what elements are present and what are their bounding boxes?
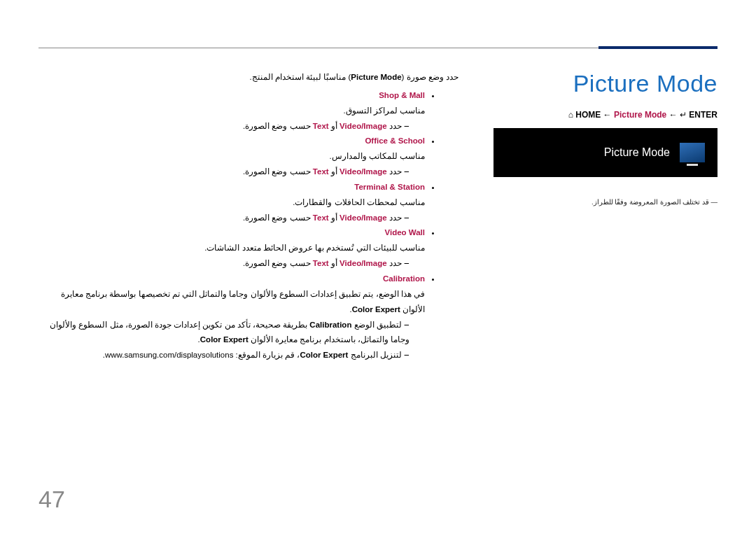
mode-desc: في هذا الوضع، يتم تطبيق إعدادات السطوع و…: [38, 287, 425, 318]
model-note: قد تختلف الصورة المعروضة وفقًا للطراز.: [493, 197, 718, 207]
tv-icon: [680, 143, 705, 162]
osd-label: Picture Mode: [604, 146, 670, 159]
breadcrumb-arrow-1: ←: [603, 110, 612, 120]
select-line: حدد Video/Image أو Text حسب وضع الصورة.: [38, 164, 410, 180]
calibration-note-1: لتطبيق الوضع Calibration بطريقة صحيحة، ت…: [38, 318, 410, 349]
calibration-note-2: لتنزيل البرنامج Color Expert، قم بزيارة …: [38, 348, 410, 363]
mode-desc: مناسب لمراكز التسوق.: [38, 104, 425, 119]
mode-desc: مناسب للبيئات التي تُستخدم بها عروض الحا…: [38, 241, 425, 256]
list-item: Terminal & Station مناسب لمحطات الحافلات…: [38, 180, 425, 226]
mode-desc: مناسب للمكاتب والمدارس.: [38, 149, 425, 164]
list-item: Video Wall مناسب للبيئات التي تُستخدم به…: [38, 225, 425, 272]
home-icon: ⌂: [568, 110, 573, 120]
download-url: www.samsung.com/displaysolutions: [105, 351, 233, 359]
select-line: حدد Video/Image أو Text حسب وضع الصورة.: [38, 119, 410, 134]
mode-videowall: Video Wall: [384, 228, 425, 237]
mode-calibration: Calibration: [383, 274, 425, 283]
page-number: 47: [38, 486, 65, 513]
page-title: Picture Mode: [493, 70, 718, 97]
osd-screenshot: Picture Mode: [493, 128, 718, 177]
mode-terminal: Terminal & Station: [354, 183, 425, 191]
breadcrumb-picture-mode: Picture Mode: [614, 110, 666, 120]
top-rule-accent: [598, 46, 718, 49]
list-item: Shop & Mall مناسب لمراكز التسوق. حدد Vid…: [38, 88, 425, 134]
breadcrumb-home: HOME: [575, 110, 601, 120]
intro-pre: حدد وضع صورة (: [402, 73, 458, 81]
breadcrumb-enter: ENTER: [689, 110, 718, 120]
select-line: حدد Video/Image أو Text حسب وضع الصورة.: [38, 256, 410, 272]
content-body: حدد وضع صورة (Picture Mode) مناسبًا لبيئ…: [38, 70, 458, 363]
mode-shop: Shop & Mall: [379, 91, 425, 99]
mode-desc: مناسب لمحطات الحافلات والقطارات.: [38, 195, 425, 211]
enter-icon: ↵: [680, 110, 687, 120]
list-item: Office & School مناسب للمكاتب والمدارس. …: [38, 134, 425, 180]
mode-office: Office & School: [365, 136, 425, 145]
select-line: حدد Video/Image أو Text حسب وضع الصورة.: [38, 211, 410, 226]
breadcrumb-arrow-2: ←: [669, 110, 678, 120]
list-item: Calibration في هذا الوضع، يتم تطبيق إعدا…: [38, 272, 425, 363]
intro-post: ) مناسبًا لبيئة استخدام المنتج.: [250, 73, 351, 81]
breadcrumb: ⌂ HOME ← Picture Mode ← ↵ ENTER: [493, 110, 718, 120]
intro-mid: Picture Mode: [351, 73, 401, 81]
